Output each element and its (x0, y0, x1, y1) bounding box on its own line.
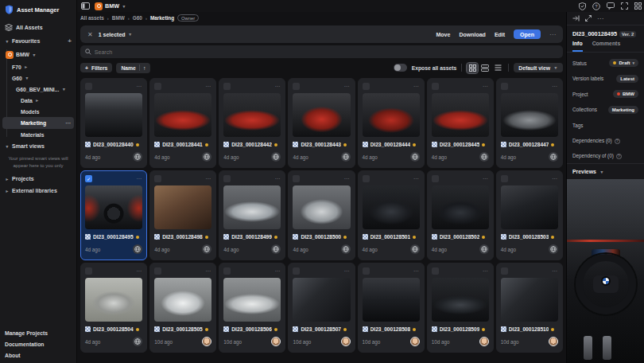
card-menu-icon[interactable]: ⋯ (413, 268, 420, 274)
tree-item-data[interactable]: Data ▸ (2, 95, 74, 106)
card-menu-icon[interactable]: ⋯ (552, 84, 558, 89)
apps-grid-icon[interactable] (634, 2, 642, 10)
asset-card[interactable]: ✓ ⋯ DI23_000128447 4d ago (496, 78, 563, 168)
search-bar[interactable] (80, 45, 563, 58)
move-button[interactable]: Move (436, 32, 451, 37)
asset-preview-image[interactable] (567, 179, 644, 363)
card-menu-icon[interactable]: ⋯ (274, 84, 281, 89)
tab-comments[interactable]: Comments (592, 41, 621, 52)
asset-checkbox[interactable]: ✓ (154, 267, 161, 275)
asset-checkbox[interactable]: ✓ (432, 83, 439, 90)
card-menu-icon[interactable]: ⋯ (205, 176, 211, 182)
asset-thumbnail[interactable] (85, 278, 142, 322)
asset-checkbox[interactable]: ✓ (85, 175, 92, 182)
asset-checkbox[interactable]: ✓ (293, 175, 300, 182)
asset-thumbnail[interactable] (501, 185, 558, 229)
asset-thumbnail[interactable] (154, 93, 211, 137)
tree-item-models[interactable]: Models (2, 106, 74, 117)
asset-thumbnail[interactable] (293, 278, 350, 322)
card-menu-icon[interactable]: ⋯ (274, 268, 281, 274)
tree-item-materials[interactable]: Materials (2, 129, 74, 140)
sidebar-section-projects[interactable]: ▸ Projects (0, 173, 76, 185)
breadcrumb-marketing[interactable]: Marketing (150, 15, 174, 21)
card-menu-icon[interactable]: ⋯ (205, 84, 211, 89)
asset-checkbox[interactable]: ✓ (223, 83, 231, 90)
view-preset-dropdown[interactable]: Default view ▾ (514, 63, 563, 72)
card-menu-icon[interactable]: ⋯ (413, 176, 420, 182)
chat-icon[interactable] (607, 2, 615, 10)
sort-button[interactable]: Name ↑ (116, 63, 150, 73)
asset-card[interactable]: ✓ ⋯ DI23_000128499 4d ago (219, 170, 285, 260)
asset-thumbnail[interactable] (293, 185, 350, 229)
more-options-icon[interactable]: ⋯ (597, 15, 603, 22)
asset-card[interactable]: ✓ ⋯ DI23_000128495 4d ago (80, 170, 147, 260)
asset-checkbox[interactable]: ✓ (293, 267, 300, 275)
asset-card[interactable]: ✓ ⋯ DI23_000128444 4d ago (358, 78, 425, 168)
asset-checkbox[interactable]: ✓ (501, 175, 508, 182)
sidebar-section-favourites[interactable]: ▾ Favourites + (0, 34, 76, 48)
asset-thumbnail[interactable] (85, 185, 142, 229)
asset-card[interactable]: ✓ ⋯ DI23_000128440 4d ago (80, 78, 147, 168)
asset-checkbox[interactable]: ✓ (223, 267, 231, 275)
asset-thumbnail[interactable] (154, 278, 211, 322)
asset-card[interactable]: ✓ ⋯ DI23_000128502 4d ago (427, 170, 494, 260)
shield-check-icon[interactable] (579, 2, 586, 10)
asset-checkbox[interactable]: ✓ (293, 83, 300, 90)
asset-checkbox[interactable]: ✓ (501, 267, 508, 275)
card-menu-icon[interactable]: ⋯ (483, 268, 489, 274)
asset-checkbox[interactable]: ✓ (501, 83, 508, 90)
add-filter-button[interactable]: + Filters (80, 63, 112, 72)
asset-thumbnail[interactable] (223, 278, 281, 322)
card-menu-icon[interactable]: ⋯ (136, 268, 142, 274)
documentation-link[interactable]: Documentation (5, 342, 72, 347)
card-menu-icon[interactable]: ⋯ (344, 268, 351, 274)
asset-card[interactable]: ✓ ⋯ DI23_000128442 4d ago (219, 78, 285, 168)
card-menu-icon[interactable]: ⋯ (552, 268, 558, 274)
asset-thumbnail[interactable] (223, 93, 281, 137)
expose-all-assets-toggle[interactable] (394, 64, 407, 72)
more-options-icon[interactable]: ⋯ (65, 120, 71, 127)
asset-thumbnail[interactable] (154, 185, 211, 229)
asset-checkbox[interactable]: ✓ (154, 175, 161, 182)
search-input[interactable] (95, 49, 558, 55)
asset-thumbnail[interactable] (293, 93, 350, 137)
breadcrumb-bmw[interactable]: BMW (112, 15, 125, 21)
asset-checkbox[interactable]: ✓ (223, 175, 231, 182)
tree-item-f70[interactable]: F70 ▸ (2, 61, 74, 72)
asset-card[interactable]: ✓ ⋯ DI23_000128508 10d ago (358, 263, 425, 353)
about-link[interactable]: About (5, 353, 72, 358)
status-dropdown[interactable]: Draft ▾ (609, 59, 638, 67)
asset-thumbnail[interactable] (223, 185, 281, 229)
asset-card[interactable]: ✓ ⋯ DI23_000128507 10d ago (288, 263, 355, 353)
asset-card[interactable]: ✓ ⋯ DI23_000128501 4d ago (358, 170, 425, 260)
asset-checkbox[interactable]: ✓ (432, 175, 439, 182)
asset-checkbox[interactable]: ✓ (363, 83, 370, 90)
asset-thumbnail[interactable] (501, 278, 558, 322)
asset-checkbox[interactable]: ✓ (363, 175, 370, 182)
previews-section-header[interactable]: Previews ▾ (567, 163, 644, 179)
asset-checkbox[interactable]: ✓ (432, 267, 439, 275)
collapse-panel-icon[interactable] (572, 15, 580, 21)
card-menu-icon[interactable]: ⋯ (344, 176, 351, 182)
asset-checkbox[interactable]: ✓ (363, 267, 370, 275)
card-menu-icon[interactable]: ⋯ (552, 176, 558, 182)
asset-thumbnail[interactable] (432, 185, 489, 229)
asset-card[interactable]: ✓ ⋯ DI23_000128506 10d ago (219, 263, 285, 353)
card-menu-icon[interactable]: ⋯ (344, 84, 351, 89)
asset-card[interactable]: ✓ ⋯ DI23_000128510 10d ago (496, 263, 563, 353)
edit-button[interactable]: Edit (495, 32, 505, 37)
tree-item-marketing[interactable]: Marketing ⋯ (2, 117, 74, 129)
asset-card[interactable]: ✓ ⋯ DI23_000128441 4d ago (149, 78, 216, 168)
card-menu-icon[interactable]: ⋯ (274, 176, 281, 182)
asset-card[interactable]: ✓ ⋯ DI23_000128498 4d ago (149, 170, 216, 260)
fullscreen-icon[interactable] (621, 2, 628, 10)
download-button[interactable]: Download (459, 32, 485, 37)
card-menu-icon[interactable]: ⋯ (136, 176, 142, 182)
asset-card[interactable]: ✓ ⋯ DI23_000128445 4d ago (427, 78, 494, 168)
manage-projects-link[interactable]: Manage Projects (5, 330, 72, 336)
asset-thumbnail[interactable] (85, 93, 142, 137)
asset-thumbnail[interactable] (432, 93, 489, 137)
list-view-icon[interactable] (492, 63, 503, 73)
version-label-pill[interactable]: Latest (616, 75, 638, 83)
asset-checkbox[interactable]: ✓ (85, 83, 92, 90)
